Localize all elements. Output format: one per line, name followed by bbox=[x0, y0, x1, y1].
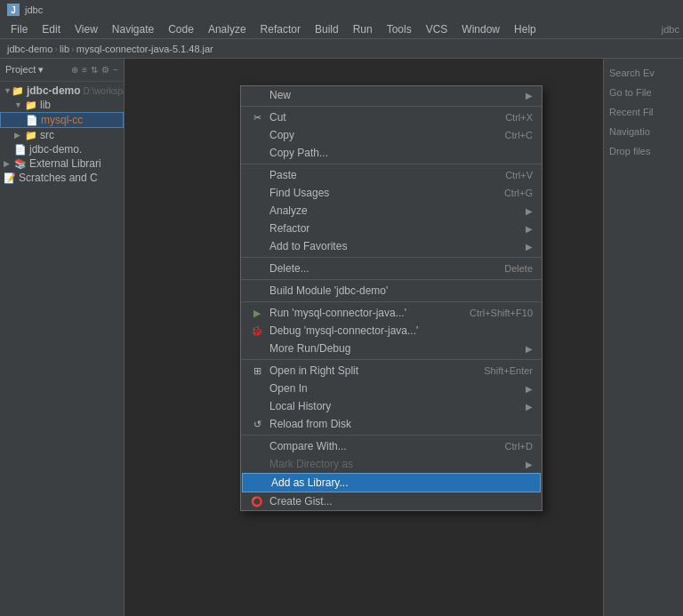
tree-label-mysql-jar: mysql-cc bbox=[41, 114, 83, 126]
tree-item-scratches[interactable]: 📝 Scratches and C bbox=[0, 171, 124, 185]
folder-icon-src: 📁 bbox=[25, 130, 37, 141]
ctx-copy[interactable]: Copy Ctrl+C bbox=[241, 126, 542, 144]
ctx-cut[interactable]: ✂ Cut Ctrl+X bbox=[241, 108, 542, 126]
right-panel-go-to-file[interactable]: Go to File bbox=[607, 85, 679, 100]
title-text: jdbc bbox=[25, 4, 43, 15]
ctx-paste[interactable]: Paste Ctrl+V bbox=[241, 166, 542, 184]
ctx-debug[interactable]: 🐞 Debug 'mysql-connector-java...' bbox=[241, 322, 542, 340]
right-panel-search-events[interactable]: Search Ev bbox=[607, 66, 679, 80]
ctx-open-right-split[interactable]: ⊞ Open in Right Split Shift+Enter bbox=[241, 362, 542, 380]
minimize-icon[interactable]: − bbox=[113, 65, 118, 75]
scratches-icon: 📝 bbox=[4, 172, 16, 184]
right-panel-navigation[interactable]: Navigatio bbox=[607, 124, 679, 139]
menu-navigate[interactable]: Navigate bbox=[105, 21, 161, 37]
breadcrumb-item-3[interactable]: mysql-connector-java-5.1.48.jar bbox=[76, 44, 213, 54]
ctx-debug-label: Debug 'mysql-connector-java...' bbox=[269, 324, 533, 337]
ctx-sep-5 bbox=[241, 301, 542, 302]
menu-bar: File Edit View Navigate Code Analyze Ref… bbox=[0, 20, 683, 39]
tree-label-external-libs: External Librari bbox=[29, 157, 101, 170]
right-panel-recent-files[interactable]: Recent Fil bbox=[607, 105, 679, 119]
breadcrumb-sep-2: › bbox=[71, 44, 75, 54]
ctx-local-history-label: Local History bbox=[269, 400, 522, 412]
ext-lib-icon: 📚 bbox=[14, 158, 27, 170]
ctx-build-module[interactable]: Build Module 'jdbc-demo' bbox=[241, 282, 542, 300]
tree-item-src[interactable]: ▶ 📁 src bbox=[0, 128, 124, 142]
menu-window[interactable]: Window bbox=[454, 21, 507, 37]
sort-icon[interactable]: ⇅ bbox=[91, 65, 98, 75]
ctx-new-label: New bbox=[269, 89, 522, 101]
menu-build[interactable]: Build bbox=[308, 21, 346, 37]
menu-vcs[interactable]: VCS bbox=[419, 21, 455, 37]
ctx-add-to-favorites[interactable]: Add to Favorites ▶ bbox=[241, 237, 542, 255]
ctx-delete-label: Delete... bbox=[269, 262, 495, 275]
menu-view[interactable]: View bbox=[68, 21, 105, 37]
ctx-analyze[interactable]: Analyze ▶ bbox=[241, 202, 542, 220]
breadcrumb-sep-1: › bbox=[54, 44, 58, 54]
ctx-local-history[interactable]: Local History ▶ bbox=[241, 397, 542, 415]
tree-item-mysql-jar[interactable]: 📄 mysql-cc bbox=[0, 112, 124, 128]
ctx-open-in[interactable]: Open In ▶ bbox=[241, 380, 542, 397]
ctx-favorites-label: Add to Favorites bbox=[269, 240, 522, 252]
tree-label-src: src bbox=[40, 129, 54, 141]
ctx-mark-directory[interactable]: Mark Directory as ▶ bbox=[241, 455, 542, 473]
ctx-open-split-icon: ⊞ bbox=[250, 365, 264, 377]
ctx-more-run[interactable]: More Run/Debug ▶ bbox=[241, 340, 542, 357]
ctx-new-arrow: ▶ bbox=[526, 91, 533, 100]
ctx-sep-2 bbox=[241, 164, 542, 164]
ctx-reload-icon: ↺ bbox=[250, 419, 264, 430]
settings-icon[interactable]: ⚙ bbox=[101, 65, 109, 75]
list-icon[interactable]: ≡ bbox=[82, 65, 87, 75]
ctx-build-label: Build Module 'jdbc-demo' bbox=[269, 284, 533, 297]
ctx-reload-label: Reload from Disk bbox=[269, 418, 533, 430]
ctx-paste-label: Paste bbox=[269, 169, 496, 181]
right-panel-drop-files: Drop files bbox=[607, 144, 679, 158]
sidebar-header: Project ▾ ⊕ ≡ ⇅ ⚙ − bbox=[0, 59, 124, 82]
sync-icon[interactable]: ⊕ bbox=[71, 65, 78, 75]
ctx-delete[interactable]: Delete... Delete bbox=[241, 260, 542, 277]
menu-code[interactable]: Code bbox=[161, 21, 201, 37]
menu-analyze[interactable]: Analyze bbox=[201, 21, 253, 37]
folder-icon-jdbc-demo: 📁 bbox=[12, 85, 24, 97]
ctx-copy-path[interactable]: Copy Path... bbox=[241, 144, 542, 162]
ctx-refactor-label: Refactor bbox=[269, 222, 522, 235]
menu-run[interactable]: Run bbox=[346, 21, 380, 37]
tree-item-lib[interactable]: ▼ 📁 lib bbox=[0, 98, 124, 112]
menu-edit[interactable]: Edit bbox=[35, 21, 68, 37]
tree-arrow-external-libs: ▶ bbox=[4, 159, 14, 168]
ctx-debug-icon: 🐞 bbox=[250, 325, 264, 337]
menu-file[interactable]: File bbox=[4, 21, 35, 37]
ctx-compare-with[interactable]: Compare With... Ctrl+D bbox=[241, 437, 542, 455]
tree-arrow-src: ▶ bbox=[14, 131, 25, 140]
tree-label-jdbc-demo-file: jdbc-demo. bbox=[29, 143, 82, 156]
tree-label-jdbc-demo: jdbc-demo bbox=[27, 84, 81, 97]
ctx-find-usages-label: Find Usages bbox=[269, 187, 495, 199]
ctx-open-split-label: Open in Right Split bbox=[269, 364, 475, 377]
ctx-reload-from-disk[interactable]: ↺ Reload from Disk bbox=[241, 415, 542, 433]
ctx-open-in-label: Open In bbox=[269, 382, 522, 395]
ctx-add-as-library[interactable]: Add as Library... bbox=[242, 473, 541, 492]
tree-arrow-lib: ▼ bbox=[14, 100, 25, 109]
ctx-new[interactable]: New ▶ bbox=[241, 86, 542, 104]
ctx-paste-shortcut: Ctrl+V bbox=[505, 170, 533, 180]
right-panel: Search Ev Go to File Recent Fil Navigati… bbox=[603, 59, 683, 616]
ctx-refactor[interactable]: Refactor ▶ bbox=[241, 220, 542, 237]
breadcrumb-bar: jdbc-demo › lib › mysql-connector-java-5… bbox=[0, 39, 683, 59]
ctx-find-usages[interactable]: Find Usages Ctrl+G bbox=[241, 184, 542, 202]
ctx-refactor-arrow: ▶ bbox=[526, 224, 533, 234]
menu-refactor[interactable]: Refactor bbox=[253, 21, 308, 37]
tree-item-jdbc-demo[interactable]: ▼ 📁 jdbc-demo D:\workspace\jdbc\jdbc-dem… bbox=[0, 84, 124, 98]
ctx-run-shortcut: Ctrl+Shift+F10 bbox=[470, 308, 533, 318]
breadcrumb-item-2[interactable]: lib bbox=[60, 44, 69, 54]
menu-help[interactable]: Help bbox=[507, 21, 543, 37]
ctx-more-run-arrow: ▶ bbox=[526, 344, 533, 354]
tree-item-external-libs[interactable]: ▶ 📚 External Librari bbox=[0, 156, 124, 171]
ctx-sep-6 bbox=[241, 359, 542, 360]
ctx-create-gist[interactable]: ⭕ Create Gist... bbox=[241, 492, 542, 510]
jar-icon: 📄 bbox=[26, 115, 38, 126]
main-layout: Project ▾ ⊕ ≡ ⇅ ⚙ − ▼ 📁 jdbc-demo D:\wor… bbox=[0, 59, 683, 616]
breadcrumb-item-1[interactable]: jdbc-demo bbox=[7, 44, 52, 54]
tree-item-jdbc-demo-file[interactable]: 📄 jdbc-demo. bbox=[0, 142, 124, 156]
ctx-run[interactable]: ▶ Run 'mysql-connector-java...' Ctrl+Shi… bbox=[241, 304, 542, 322]
menu-tools[interactable]: Tools bbox=[380, 21, 419, 37]
sidebar: Project ▾ ⊕ ≡ ⇅ ⚙ − ▼ 📁 jdbc-demo D:\wor… bbox=[0, 59, 125, 616]
